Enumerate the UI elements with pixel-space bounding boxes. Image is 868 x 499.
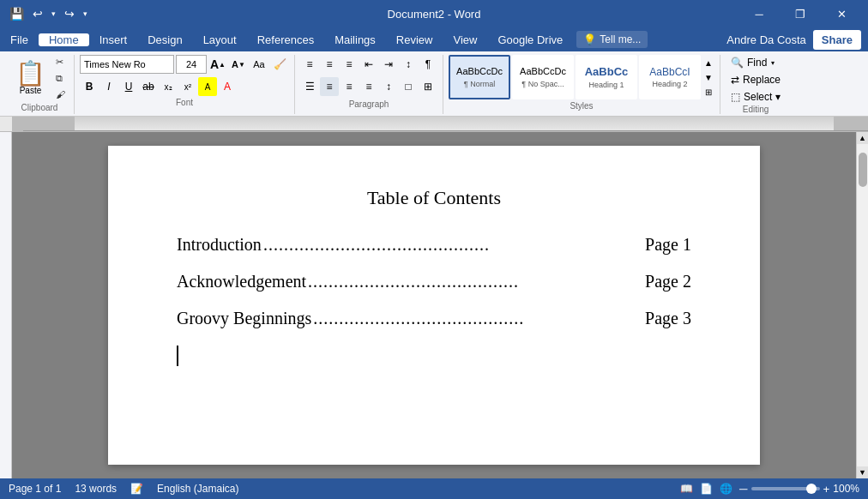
menu-layout[interactable]: Layout xyxy=(193,33,247,46)
menu-mailings[interactable]: Mailings xyxy=(324,33,386,46)
borders-button[interactable]: ⊞ xyxy=(419,77,437,96)
select-label: Select ▾ xyxy=(744,91,781,103)
toc-acknowledgement-page: Page 2 xyxy=(645,272,691,292)
bullets-button[interactable]: ≡ xyxy=(300,55,319,74)
menu-google-drive[interactable]: Google Drive xyxy=(487,33,573,46)
copy-icon: ⧉ xyxy=(56,73,63,84)
style-heading1[interactable]: AaBbCc Heading 1 xyxy=(576,55,637,99)
close-btn[interactable]: ✕ xyxy=(822,0,861,27)
menu-view[interactable]: View xyxy=(443,33,487,46)
styles-gallery: AaBbCcDc ¶ Normal AaBbCcDc ¶ No Spac... … xyxy=(449,55,701,99)
document-page: Table of Contents Introduction .........… xyxy=(108,146,760,465)
styles-scroll-up[interactable]: ▲ xyxy=(702,56,714,69)
align-right-button[interactable]: ≡ xyxy=(340,77,359,96)
style-normal[interactable]: AaBbCcDc ¶ Normal xyxy=(449,55,510,99)
styles-expand[interactable]: ⊞ xyxy=(702,85,714,99)
ribbon-groups: 📋 Paste ✂ ⧉ 🖌 Clipboard A▲ A▼ xyxy=(0,51,868,116)
style-heading2[interactable]: AaBbCcI Heading 2 xyxy=(639,55,701,99)
web-layout-btn[interactable]: 🌐 xyxy=(720,483,732,495)
replace-button[interactable]: ⇄ Replace xyxy=(726,72,786,87)
font-grow-button[interactable]: A▲ xyxy=(208,55,227,74)
menu-insert[interactable]: Insert xyxy=(89,33,138,46)
font-format-row: B I U ab x₂ x² A A xyxy=(80,77,237,96)
menu-file[interactable]: File xyxy=(0,33,39,46)
menu-review[interactable]: Review xyxy=(386,33,443,46)
styles-scroll-down[interactable]: ▼ xyxy=(702,70,714,84)
save-quick-btn[interactable]: 💾 xyxy=(7,5,27,22)
strikethrough-button[interactable]: ab xyxy=(139,77,158,96)
scroll-down-button[interactable]: ▼ xyxy=(857,466,869,478)
scroll-track[interactable] xyxy=(857,144,868,466)
font-shrink-button[interactable]: A▼ xyxy=(229,55,248,74)
zoom-slider[interactable] xyxy=(751,487,820,490)
font-color-button[interactable]: A xyxy=(218,77,237,96)
font-controls: A▲ A▼ Aa 🧹 B I U ab x₂ x² A A xyxy=(80,55,289,96)
underline-button[interactable]: U xyxy=(119,77,138,96)
format-painter-button[interactable]: 🖌 xyxy=(52,87,69,101)
shading-button[interactable]: □ xyxy=(399,77,418,96)
find-button[interactable]: 🔍 Find ▾ xyxy=(726,55,786,70)
line-spacing-button[interactable]: ↕ xyxy=(379,77,398,96)
menu-home[interactable]: Home xyxy=(39,33,89,46)
highlight-button[interactable]: A xyxy=(198,77,217,96)
styles-label: Styles xyxy=(570,101,593,111)
window-controls: ─ ❐ ✕ xyxy=(739,0,861,27)
share-button[interactable]: Share xyxy=(813,30,861,50)
select-button[interactable]: ⬚ Select ▾ xyxy=(726,89,786,105)
case-button[interactable]: Aa xyxy=(250,55,268,74)
align-left-button[interactable]: ☰ xyxy=(300,77,319,96)
title-bar: 💾 ↩ ▾ ↪ ▾ Document2 - Word ─ ❐ ✕ xyxy=(0,0,868,27)
subscript-button[interactable]: x₂ xyxy=(159,77,178,96)
show-marks-button[interactable]: ¶ xyxy=(419,55,437,74)
minimize-btn[interactable]: ─ xyxy=(739,0,779,27)
italic-button[interactable]: I xyxy=(99,77,118,96)
decrease-indent-button[interactable]: ⇤ xyxy=(359,55,378,74)
tell-me-input[interactable]: 💡 Tell me... xyxy=(576,31,648,48)
vertical-scrollbar[interactable]: ▲ ▼ xyxy=(856,132,868,478)
paste-button[interactable]: 📋 Paste xyxy=(10,60,51,97)
menu-references[interactable]: References xyxy=(247,33,324,46)
copy-button[interactable]: ⧉ xyxy=(52,71,69,86)
editing-group: 🔍 Find ▾ ⇄ Replace ⬚ Select ▾ Editing xyxy=(720,55,791,114)
toc-entry-introduction: Introduction ...........................… xyxy=(177,235,691,255)
increase-indent-button[interactable]: ⇥ xyxy=(379,55,398,74)
scroll-thumb[interactable] xyxy=(859,153,867,187)
restore-btn[interactable]: ❐ xyxy=(781,0,820,27)
user-section: Andre Da Costa Share xyxy=(726,30,861,50)
zoom-in-btn[interactable]: + xyxy=(823,483,830,496)
zoom-level: 100% xyxy=(833,483,859,495)
sort-button[interactable]: ↕ xyxy=(399,55,418,74)
bold-button[interactable]: B xyxy=(80,77,99,96)
customize-quick-btn[interactable]: ▾ xyxy=(81,8,90,20)
zoom-thumb xyxy=(806,484,817,494)
cut-button[interactable]: ✂ xyxy=(52,55,69,69)
font-name-input[interactable] xyxy=(80,55,174,74)
undo-quick-btn[interactable]: ↩ xyxy=(30,5,45,22)
clear-format-button[interactable]: 🧹 xyxy=(270,55,289,74)
align-center-button[interactable]: ≡ xyxy=(320,77,339,96)
document-scroll[interactable]: Table of Contents Introduction .........… xyxy=(12,132,856,478)
word-count: 13 words xyxy=(75,483,117,495)
numbering-button[interactable]: ≡ xyxy=(320,55,339,74)
menu-design[interactable]: Design xyxy=(137,33,192,46)
ribbon: 📋 Paste ✂ ⧉ 🖌 Clipboard A▲ A▼ xyxy=(0,51,868,117)
toc-entry-groovy: Groovy Beginnings ......................… xyxy=(177,309,691,328)
zoom-out-btn[interactable]: ─ xyxy=(739,483,747,496)
read-mode-btn[interactable]: 📖 xyxy=(680,483,693,495)
clipboard-label: Clipboard xyxy=(21,103,58,112)
style-no-spacing[interactable]: AaBbCcDc ¶ No Spac... xyxy=(512,55,574,99)
scroll-up-button[interactable]: ▲ xyxy=(857,132,869,144)
undo-dropdown-btn[interactable]: ▾ xyxy=(49,8,58,20)
justify-button[interactable]: ≡ xyxy=(359,77,378,96)
style-normal-label: ¶ Normal xyxy=(464,80,495,88)
editing-label: Editing xyxy=(743,105,769,114)
paste-icon: 📋 xyxy=(15,62,45,86)
toc-introduction-name: Introduction xyxy=(177,235,262,255)
redo-quick-btn[interactable]: ↪ xyxy=(62,5,77,22)
superscript-button[interactable]: x² xyxy=(178,77,197,96)
grow-icon: A xyxy=(210,57,219,71)
font-size-input[interactable] xyxy=(176,55,207,74)
multilevel-button[interactable]: ≡ xyxy=(340,55,359,74)
print-layout-btn[interactable]: 📄 xyxy=(700,483,713,495)
status-left: Page 1 of 1 13 words 📝 English (Jamaica) xyxy=(9,483,238,495)
